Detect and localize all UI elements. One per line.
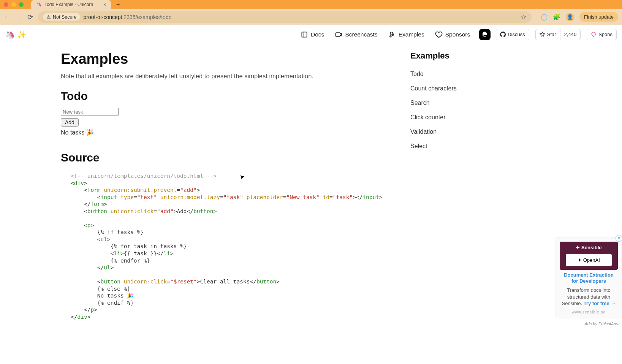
ad-close-icon[interactable]: × (616, 235, 622, 242)
warning-icon: ⚠ (46, 14, 51, 20)
nav-sponsors[interactable]: Sponsors (431, 28, 474, 41)
sidebar-item-select[interactable]: Select (410, 139, 505, 154)
new-task-input[interactable] (61, 108, 119, 116)
source-heading: Source (61, 151, 357, 164)
window-controls (4, 2, 24, 7)
ad-attribution[interactable]: Ads by EthicalAds (584, 321, 618, 326)
url-text: proof-of-concept:2335/examples/todo (84, 14, 172, 20)
sidebar-item-search[interactable]: Search (410, 96, 505, 110)
page-title: Examples (61, 51, 357, 67)
github-star-button[interactable]: Star 2,440 (535, 29, 581, 40)
video-icon (335, 31, 342, 38)
svg-rect-2 (336, 33, 340, 36)
no-tasks-text: No tasks 🎉 (61, 129, 357, 136)
ad-title[interactable]: Document Extraction for Developers (560, 272, 617, 285)
nav-docs[interactable]: Docs (297, 28, 328, 41)
ad-body: Transform docs into structured data with… (560, 287, 618, 307)
ad-card: × ✦ Sensible ✦ OpenAI Document Extractio… (556, 237, 622, 318)
finish-update-chip[interactable]: Finish update (579, 12, 618, 22)
profile-avatar-icon[interactable]: 👤 (566, 13, 574, 21)
tab-favicon: 🦄 (36, 2, 41, 7)
sidebar-item-count-characters[interactable]: Count characters (410, 81, 505, 96)
sidebar-item-todo[interactable]: Todo (410, 67, 505, 81)
site-logo[interactable]: 🦄 ✨ (5, 30, 27, 39)
book-icon (301, 31, 308, 38)
browser-toolbar: ← → ⟳ ⚠ Not Secure proof-of-concept:2335… (0, 9, 622, 25)
extension-icon[interactable]: ◯ (541, 13, 548, 21)
source-code-block: <!-- unicorn/templates/unicorn/todo.html… (71, 173, 357, 320)
nav-screencasts[interactable]: Screencasts (331, 28, 381, 41)
star-count: 2,440 (560, 29, 581, 40)
github-sponsor-button[interactable]: Spons (587, 29, 617, 40)
window-maximize[interactable] (19, 2, 24, 7)
ad-cta[interactable]: Try for free → (584, 301, 616, 306)
heart-icon (591, 32, 597, 37)
wrench-icon (388, 31, 396, 38)
ad-url: www.sensible.so (560, 310, 618, 314)
window-close[interactable] (4, 2, 8, 7)
sidebar-item-validation[interactable]: Validation (410, 125, 505, 139)
star-icon (540, 32, 545, 37)
not-secure-label: Not Secure (53, 14, 77, 20)
sidebar-heading: Examples (410, 51, 505, 61)
back-button[interactable]: ← (4, 13, 11, 21)
github-discuss-button[interactable]: Discuss (496, 29, 529, 40)
address-bar[interactable]: ⚠ Not Secure proof-of-concept:2335/examp… (38, 11, 532, 23)
heart-icon (435, 31, 443, 38)
main-column: Examples Note that all examples are deli… (61, 51, 357, 364)
tab-close-icon[interactable]: × (103, 2, 106, 8)
mastodon-icon[interactable] (479, 29, 491, 40)
security-chip[interactable]: ⚠ Not Secure (43, 13, 80, 21)
site-nav: 🦄 ✨ Docs Screencasts Examples Sponsors D… (0, 25, 622, 44)
page-subtitle: Note that all examples are deliberately … (61, 73, 357, 80)
window-minimize[interactable] (11, 2, 16, 7)
extensions-puzzle-icon[interactable]: 🧩 (553, 13, 560, 21)
github-icon (500, 32, 506, 37)
toolbar-right: ◯ 🧩 👤 Finish update (541, 12, 618, 22)
browser-tab[interactable]: 🦄 Todo Example - Unicorn × (31, 0, 111, 9)
page-content: Examples Note that all examples are deli… (0, 44, 622, 364)
sidebar-item-click-counter[interactable]: Click counter (410, 110, 505, 125)
reload-button[interactable]: ⟳ (27, 13, 33, 21)
sidebar: Examples Todo Count characters Search Cl… (410, 51, 505, 154)
browser-tab-strip: 🦄 Todo Example - Unicorn × + (0, 0, 622, 9)
new-tab-button[interactable]: + (116, 1, 120, 8)
ad-brand: ✦ Sensible ✦ OpenAI (560, 242, 618, 270)
todo-heading: Todo (61, 90, 357, 103)
forward-button[interactable]: → (15, 13, 22, 21)
tab-title: Todo Example - Unicorn (44, 2, 93, 7)
bookmark-star-icon[interactable]: ☆ (521, 13, 526, 21)
add-button[interactable]: Add (61, 118, 79, 127)
svg-rect-0 (302, 32, 307, 37)
nav-examples[interactable]: Examples (385, 28, 428, 41)
